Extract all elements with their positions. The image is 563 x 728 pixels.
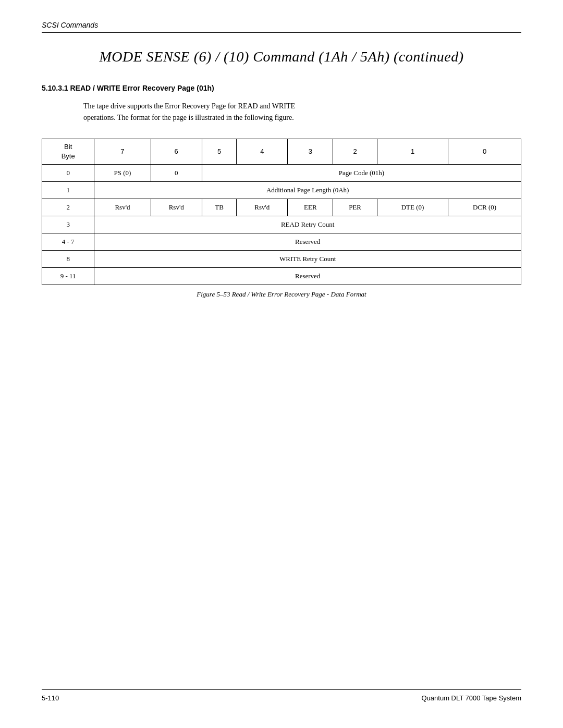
byte-label-9-11: 9 - 11 [42, 268, 94, 285]
footer-page-number: 5-110 [42, 694, 59, 702]
col-header-2: 2 [333, 139, 377, 164]
col-header-4: 4 [237, 139, 288, 164]
col-header-6: 6 [151, 139, 202, 164]
byte-label-8: 8 [42, 251, 94, 268]
footer-product-name: Quantum DLT 7000 Tape System [422, 694, 522, 702]
byte-label-1: 1 [42, 182, 94, 199]
table-row: 4 - 7 Reserved [42, 233, 521, 251]
bit-byte-label: BitByte [42, 139, 94, 164]
section-description: The tape drive supports the Error Recove… [83, 101, 521, 124]
col-header-0: 0 [448, 139, 521, 164]
table-header-row: BitByte 7 6 5 4 3 2 1 0 [42, 139, 521, 164]
byte-label-4-7: 4 - 7 [42, 233, 94, 251]
table-row: 9 - 11 Reserved [42, 268, 521, 285]
page-footer: 5-110 Quantum DLT 7000 Tape System [42, 689, 521, 702]
page-title: MODE SENSE (6) / (10) Command (1Ah / 5Ah… [42, 48, 521, 65]
table-row: 8 WRITE Retry Count [42, 251, 521, 268]
col-header-1: 1 [377, 139, 448, 164]
byte-label-3: 3 [42, 216, 94, 233]
table-row: 2 Rsv'd Rsv'd TB Rsv'd EER PER DTE (0) D… [42, 199, 521, 216]
row2-col2: PER [333, 199, 377, 216]
data-format-table: BitByte 7 6 5 4 3 2 1 0 0 PS (0) 0 Page … [42, 139, 521, 285]
table-caption: Figure 5–53 Read / Write Error Recovery … [42, 290, 521, 299]
description-line1: The tape drive supports the Error Recove… [83, 102, 295, 110]
row1-span: Additional Page Length (0Ah) [94, 182, 521, 199]
row0-col7: PS (0) [94, 165, 151, 182]
row3-span: READ Retry Count [94, 216, 521, 233]
row0-col6: 0 [151, 165, 202, 182]
table-row: 1 Additional Page Length (0Ah) [42, 182, 521, 199]
row2-col3: EER [288, 199, 333, 216]
row8-span: WRITE Retry Count [94, 251, 521, 268]
row2-col0: DCR (0) [448, 199, 521, 216]
row0-span: Page Code (01h) [202, 165, 521, 182]
page-container: SCSI Commands MODE SENSE (6) / (10) Comm… [0, 0, 563, 728]
section-heading: 5.10.3.1 READ / WRITE Error Recovery Pag… [42, 84, 521, 92]
byte-label-0: 0 [42, 165, 94, 182]
col-header-3: 3 [288, 139, 333, 164]
page-header: SCSI Commands [42, 21, 521, 33]
col-header-7: 7 [94, 139, 151, 164]
row2-col5: TB [202, 199, 236, 216]
col-header-5: 5 [202, 139, 236, 164]
row2-col6: Rsv'd [151, 199, 202, 216]
table-row: 0 PS (0) 0 Page Code (01h) [42, 165, 521, 182]
row2-col4: Rsv'd [237, 199, 288, 216]
header-title: SCSI Commands [42, 21, 98, 29]
description-line2: operations. The format for the page is i… [83, 114, 294, 121]
row2-col7: Rsv'd [94, 199, 151, 216]
row9-span: Reserved [94, 268, 521, 285]
byte-label-2: 2 [42, 199, 94, 216]
table-row: 3 READ Retry Count [42, 216, 521, 233]
row2-col1: DTE (0) [377, 199, 448, 216]
row4-span: Reserved [94, 233, 521, 251]
